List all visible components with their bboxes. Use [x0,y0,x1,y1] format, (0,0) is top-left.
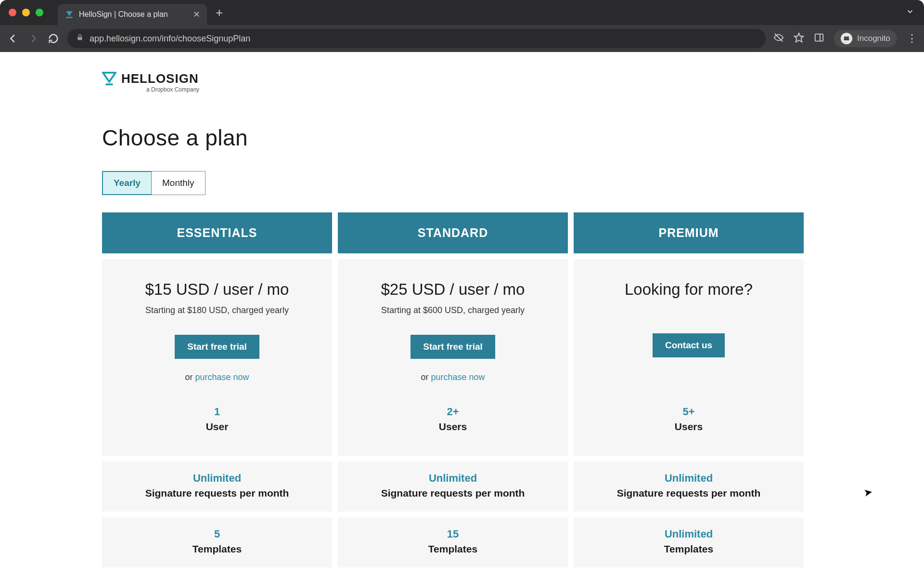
users-value: 1 [112,406,322,418]
minimize-window-icon[interactable] [22,9,30,16]
users-value: 5+ [583,406,794,418]
billing-yearly-button[interactable]: Yearly [102,171,152,195]
users-label: Users [583,421,794,433]
plan-header-essentials: ESSENTIALS [102,212,332,253]
feature-label: Templates [343,543,563,555]
feature-label: Signature requests per month [578,487,799,499]
visibility-off-icon[interactable] [773,32,784,45]
browser-chrome: HelloSign | Choose a plan ✕ + app.hellos… [0,0,924,52]
bookmark-star-icon[interactable] [794,32,804,45]
tab-favicon-icon [64,10,74,19]
close-window-icon[interactable] [9,9,16,16]
purchase-now-standard-link[interactable]: purchase now [431,372,485,382]
svg-marker-4 [795,33,803,42]
side-panel-icon[interactable] [814,32,824,45]
feature-value: 5 [107,528,327,540]
plans-grid: ESSENTIALS STANDARD PREMIUM $15 USD / us… [102,212,809,567]
svg-rect-2 [77,37,82,40]
svg-marker-10 [103,72,116,81]
billing-toggle: Yearly Monthly [102,171,205,195]
feature-value: Unlimited [578,472,799,485]
feature-cell: 5 Templates [102,517,332,567]
users-label: Users [347,421,558,433]
svg-rect-9 [844,37,849,38]
plan-price-sub: Starting at $180 USD, charged yearly [112,305,322,315]
users-value: 2+ [347,406,558,418]
lock-icon [76,34,84,44]
users-label: User [112,421,322,433]
purchase-row: or purchase now [347,372,558,382]
feature-value: 15 [343,528,563,540]
window-controls [9,9,43,16]
feature-label: Signature requests per month [107,487,327,499]
reload-button[interactable] [47,33,60,44]
svg-point-7 [844,38,847,40]
feature-cell: Unlimited Signature requests per month [338,461,568,512]
logo-tagline: a Dropbox Company [146,86,199,93]
new-tab-button[interactable]: + [216,5,223,20]
tab-bar: HelloSign | Choose a plan ✕ + [0,0,924,25]
purchase-now-essentials-link[interactable]: purchase now [195,372,249,382]
svg-rect-11 [106,83,113,85]
contact-us-button[interactable]: Contact us [653,333,725,357]
svg-marker-0 [66,11,72,16]
close-tab-icon[interactable]: ✕ [193,9,200,20]
svg-rect-5 [815,34,823,41]
plan-price-sub: Starting at $600 USD, charged yearly [347,305,558,315]
start-trial-essentials-button[interactable]: Start free trial [175,335,259,359]
start-trial-standard-button[interactable]: Start free trial [411,335,495,359]
svg-point-8 [847,38,849,40]
plan-price-standard: $25 USD / user / mo Starting at $600 USD… [338,259,568,456]
feature-value: Unlimited [343,472,563,485]
plan-header-premium: PREMIUM [574,212,804,253]
url-text: app.hellosign.com/info/chooseSignupPlan [90,34,250,44]
feature-value: Unlimited [107,472,327,485]
logo-text: HELLOSIGN [121,71,199,86]
feature-cell: Unlimited Templates [574,517,804,567]
logo-mark-icon [102,72,116,86]
brand-logo[interactable]: HELLOSIGN a Dropbox Company [102,71,809,93]
back-button[interactable] [7,33,19,44]
plan-price-essentials: $15 USD / user / mo Starting at $180 USD… [102,259,332,456]
incognito-badge[interactable]: Incognito [834,30,897,47]
maximize-window-icon[interactable] [36,9,43,16]
billing-monthly-button[interactable]: Monthly [152,171,205,195]
browser-tab[interactable]: HelloSign | Choose a plan ✕ [58,4,207,25]
tab-title: HelloSign | Choose a plan [79,10,188,19]
address-bar: app.hellosign.com/info/chooseSignupPlan … [0,25,924,52]
feature-label: Templates [107,543,327,555]
plan-price-premium: Looking for more? Contact us 5+ Users [574,259,804,456]
feature-label: Templates [578,543,799,555]
tab-overflow-icon[interactable] [906,7,914,18]
svg-rect-1 [66,17,72,18]
feature-cell: Unlimited Signature requests per month [574,461,804,512]
page-content: HELLOSIGN a Dropbox Company Choose a pla… [0,52,924,578]
plan-price-text: $15 USD / user / mo [112,280,322,299]
plan-header-standard: STANDARD [338,212,568,253]
feature-cell: 15 Templates [338,517,568,567]
incognito-icon [841,33,852,44]
url-field[interactable]: app.hellosign.com/info/chooseSignupPlan [67,29,766,48]
incognito-label: Incognito [857,34,890,43]
feature-value: Unlimited [578,528,799,540]
forward-button[interactable] [27,33,39,44]
feature-cell: Unlimited Signature requests per month [102,461,332,512]
purchase-row: or purchase now [112,372,322,382]
menu-kebab-icon[interactable]: ⋮ [907,32,917,45]
page-title: Choose a plan [102,125,809,151]
plan-price-text: Looking for more? [583,280,794,299]
feature-label: Signature requests per month [343,487,563,499]
plan-price-text: $25 USD / user / mo [347,280,558,299]
